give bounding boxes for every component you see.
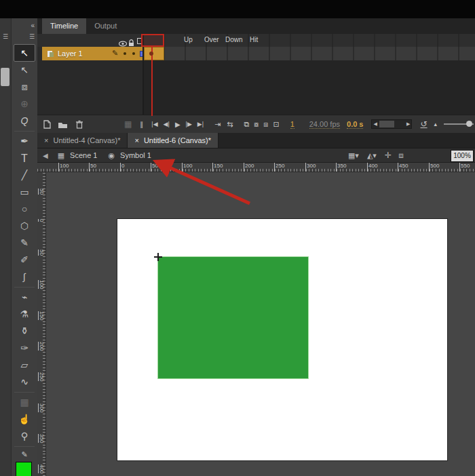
step-forward-button[interactable]: |▶ xyxy=(186,121,192,127)
stroke-pencil-icon: ✎ xyxy=(21,448,27,460)
close-tab-icon[interactable]: × xyxy=(134,136,138,144)
eyedropper-tool[interactable]: ✑ xyxy=(12,340,37,357)
bone-tool[interactable]: ⌁ xyxy=(12,289,37,306)
marker-icon[interactable]: ∥ xyxy=(140,121,143,128)
timeline-zoom-collapse-icon[interactable]: ▴ xyxy=(434,121,438,127)
tab-timeline[interactable]: Timeline xyxy=(42,18,86,34)
stage-canvas[interactable] xyxy=(117,218,448,461)
layer-lock-dot[interactable] xyxy=(132,52,135,55)
document-tab-bar: × Untitled-4 (Canvas)* × Untitled-6 (Can… xyxy=(37,133,475,148)
rectangle-tool[interactable]: ▭ xyxy=(12,184,37,201)
current-frame-value[interactable]: 1 xyxy=(290,120,294,129)
new-folder-button[interactable] xyxy=(58,119,68,128)
toolbar-divider xyxy=(14,446,35,447)
free-transform-tool[interactable]: ⧈ xyxy=(12,79,37,96)
hand-tool[interactable]: ☝ xyxy=(12,411,37,428)
timeline-panel: TimelineOutput Up Over Down Hit Layer 1 … xyxy=(37,18,475,133)
polystar-tool[interactable]: ⬡ xyxy=(12,218,37,235)
ruler-label: 100 xyxy=(182,163,192,172)
playhead-up-highlight-box xyxy=(141,34,164,47)
slider-handle[interactable] xyxy=(466,121,472,127)
frame-rate-value[interactable]: 24.00 fps xyxy=(309,120,340,129)
ink-bottle-tool[interactable]: ⚱ xyxy=(12,323,37,340)
width-tool[interactable]: ∿ xyxy=(12,374,37,391)
text-tool[interactable]: T xyxy=(12,150,37,167)
brush-tool[interactable]: ∫ xyxy=(12,269,37,285)
scrollbar-thumb[interactable] xyxy=(379,121,394,127)
frame-strip[interactable] xyxy=(144,47,475,60)
paint-bucket-tool[interactable]: ⚗ xyxy=(12,306,37,323)
camera-tool[interactable]: ▦ xyxy=(12,394,37,411)
playhead-line[interactable] xyxy=(151,47,153,116)
modify-markers-icon[interactable]: ⊡ xyxy=(273,120,279,129)
ruler-label: 150 xyxy=(38,311,45,320)
timeline-zoom-slider[interactable] xyxy=(444,123,474,125)
stroke-color-control[interactable]: ✎ xyxy=(12,448,37,460)
line-tool[interactable]: ╱ xyxy=(12,167,37,184)
loop-playback-icon[interactable]: ⇆ xyxy=(227,120,233,129)
pencil-tool[interactable]: ✎ xyxy=(12,235,37,252)
symbol-button-icon[interactable]: ◉ xyxy=(108,151,115,160)
fill-color-swatch[interactable] xyxy=(16,462,32,476)
eraser-tool[interactable]: ▱ xyxy=(12,357,37,374)
pasteboard[interactable] xyxy=(46,172,475,476)
toolbar-menu-icon[interactable]: ☰ xyxy=(29,33,35,40)
scene-clapperboard-icon[interactable]: ▦ xyxy=(58,151,64,160)
collapsed-panel-thumb[interactable] xyxy=(1,68,10,86)
reset-timeline-zoom-icon[interactable]: ↺ xyxy=(420,119,427,129)
zoom-tool[interactable]: ⚲ xyxy=(12,428,37,445)
lasso-icon: Q xyxy=(21,113,28,130)
state-label-hit[interactable]: Hit xyxy=(250,36,258,43)
elapsed-time-value[interactable]: 0.0 s xyxy=(347,120,363,129)
state-label-up[interactable]: Up xyxy=(184,36,193,43)
delete-layer-button[interactable] xyxy=(75,119,83,129)
edit-multiple-frames-icon[interactable]: ⧈ xyxy=(263,120,268,129)
close-tab-icon[interactable]: × xyxy=(44,136,48,144)
edit-scene-button[interactable]: ▦▾ xyxy=(348,151,359,160)
selection-tool[interactable]: ↖ xyxy=(14,44,35,62)
bone-icon: ⌁ xyxy=(22,289,27,306)
go-to-last-frame-button[interactable]: ▶| xyxy=(197,121,204,127)
oval-tool[interactable]: ○ xyxy=(12,201,37,218)
scene-breadcrumb[interactable]: Scene 1 xyxy=(70,151,97,159)
timeline-scrollbar[interactable]: ◀ ▶ xyxy=(371,119,412,129)
green-rectangle-shape[interactable] xyxy=(158,257,308,378)
edit-symbol-button[interactable]: ◭▾ xyxy=(367,151,377,160)
onion-skin-outlines-icon[interactable]: ⧇ xyxy=(254,120,259,129)
scroll-right-arrow[interactable]: ▶ xyxy=(406,121,410,127)
back-arrow-icon[interactable]: ◀ xyxy=(43,152,48,159)
layer-row[interactable]: Layer 1 ✎ xyxy=(37,47,475,60)
tab-output[interactable]: Output xyxy=(86,18,125,34)
step-back-button[interactable]: ◀| xyxy=(164,121,170,127)
onion-skin-icon[interactable]: ⧉ xyxy=(244,120,250,129)
subselection-tool[interactable]: ↖ xyxy=(12,62,37,79)
go-to-first-frame-button[interactable]: |◀ xyxy=(151,121,157,127)
state-label-over[interactable]: Over xyxy=(204,36,219,43)
paint-bucket-icon: ⚗ xyxy=(20,306,29,323)
scroll-left-arrow[interactable]: ◀ xyxy=(373,121,377,127)
paint-brush-tool[interactable]: ✐ xyxy=(12,252,37,269)
layer-visibility-dot[interactable] xyxy=(124,52,126,55)
document-tab-untitled-4[interactable]: × Untitled-4 (Canvas)* xyxy=(37,133,128,148)
document-tab-label: Untitled-6 (Canvas)* xyxy=(144,136,211,144)
new-layer-button[interactable] xyxy=(43,119,52,129)
panel-menu-icon[interactable]: ☰ xyxy=(1,33,10,40)
panel-tab-bar: TimelineOutput xyxy=(37,18,475,34)
symbol-breadcrumb[interactable]: Symbol 1 xyxy=(120,151,151,159)
state-label-down[interactable]: Down xyxy=(225,36,243,43)
center-stage-icon[interactable]: ✛ xyxy=(385,151,392,160)
magnifier-icon: ⚲ xyxy=(21,428,28,445)
pen-tool[interactable]: ✒ xyxy=(12,133,37,150)
keyframe-up[interactable] xyxy=(144,47,164,60)
3d-rotation-tool[interactable]: ⊕ xyxy=(12,96,37,113)
zoom-level-select[interactable]: 100% xyxy=(451,150,474,162)
layer-name-cell[interactable]: Layer 1 ✎ xyxy=(42,47,142,60)
lasso-tool[interactable]: Q xyxy=(12,113,37,130)
collapse-panel-icon[interactable]: « xyxy=(31,22,35,29)
play-button[interactable]: ▶ xyxy=(175,121,180,128)
center-frame-icon[interactable]: ⇥ xyxy=(214,120,221,129)
brush-icon: ∫ xyxy=(23,269,26,285)
document-tab-untitled-6[interactable]: × Untitled-6 (Canvas)* xyxy=(128,133,218,148)
camera-toggle-icon[interactable]: ▦ xyxy=(124,119,132,129)
clip-content-icon[interactable]: ⧈ xyxy=(398,151,404,160)
